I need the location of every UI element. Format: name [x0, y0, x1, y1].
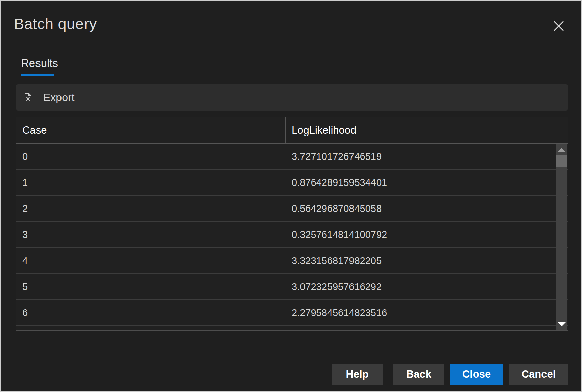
cell-case: 1	[16, 177, 286, 188]
close-icon	[553, 20, 565, 32]
scroll-up-icon	[558, 148, 565, 152]
cell-case: 2	[16, 203, 286, 214]
vertical-scrollbar[interactable]	[556, 144, 567, 330]
cell-value: 2.2795845614823516	[286, 307, 568, 318]
tab-results-label: Results	[21, 57, 58, 70]
excel-export-icon	[24, 93, 32, 103]
cell-case: 6	[16, 307, 286, 318]
table-row[interactable]: 5 3.072325957616292	[16, 274, 568, 300]
table-row[interactable]: 6 2.2795845614823516	[16, 300, 568, 326]
cell-case: 0	[16, 151, 286, 162]
tab-results[interactable]: Results	[21, 57, 58, 76]
scroll-down-button[interactable]	[556, 319, 567, 330]
column-header-case[interactable]: Case	[16, 117, 286, 143]
cell-value: 0.8764289159534401	[286, 177, 568, 188]
tab-active-underline	[21, 74, 54, 76]
page-title: Batch query	[14, 15, 97, 33]
close-button[interactable]	[551, 19, 567, 33]
scroll-up-button[interactable]	[556, 144, 567, 155]
cell-value: 0.3257614814100792	[286, 229, 568, 240]
table-body: 0 3.727101726746519 1 0.8764289159534401…	[16, 144, 568, 330]
column-header-loglikelihood[interactable]: LogLikelihood	[286, 117, 568, 143]
export-button[interactable]: Export	[16, 84, 568, 111]
cell-case: 4	[16, 255, 286, 266]
table-row-partial	[16, 326, 568, 330]
cell-case: 3	[16, 229, 286, 240]
table-row[interactable]: 3 0.3257614814100792	[16, 222, 568, 248]
table-row[interactable]: 4 3.323156817982205	[16, 248, 568, 274]
results-table: Case LogLikelihood 0 3.727101726746519 1…	[16, 117, 568, 331]
cell-value: 3.727101726746519	[286, 151, 568, 162]
cell-value: 0.564296870845058	[286, 203, 568, 214]
help-button[interactable]: Help	[332, 364, 383, 385]
batch-query-dialog: Batch query Results Export Case LogLikel…	[0, 0, 582, 392]
scrollbar-thumb[interactable]	[556, 155, 567, 167]
cancel-button[interactable]: Cancel	[509, 364, 568, 385]
cell-value: 3.323156817982205	[286, 255, 568, 266]
back-button[interactable]: Back	[393, 364, 444, 385]
cell-value: 3.072325957616292	[286, 281, 568, 292]
cell-case: 5	[16, 281, 286, 292]
export-button-label: Export	[43, 91, 74, 104]
table-row[interactable]: 0 3.727101726746519	[16, 144, 568, 170]
table-header-row: Case LogLikelihood	[16, 117, 568, 144]
table-row[interactable]: 2 0.564296870845058	[16, 196, 568, 222]
close-action-button[interactable]: Close	[450, 364, 503, 385]
table-row[interactable]: 1 0.8764289159534401	[16, 170, 568, 196]
scroll-down-icon	[558, 322, 566, 326]
